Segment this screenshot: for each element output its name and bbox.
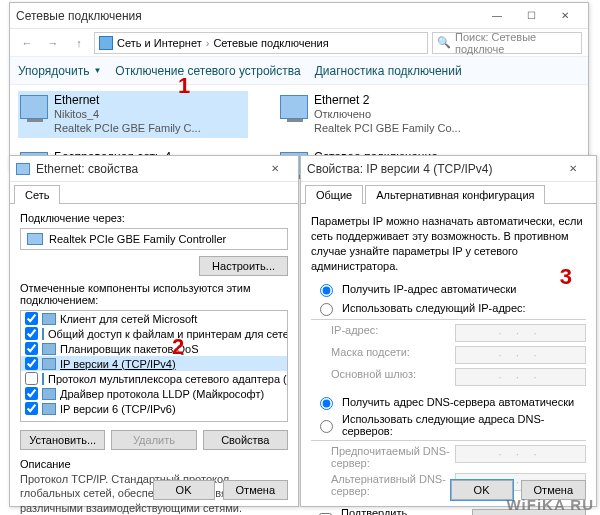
network-icon <box>99 36 113 50</box>
forward-button[interactable]: → <box>42 33 64 53</box>
radio-manual-ip[interactable] <box>320 303 333 316</box>
configure-button[interactable]: Настроить... <box>199 256 288 276</box>
adapter-icon <box>280 95 308 119</box>
back-button[interactable]: ← <box>16 33 38 53</box>
remove-button: Удалить <box>111 430 196 450</box>
titlebar: Сетевые подключения — ☐ ✕ <box>10 3 588 29</box>
list-item[interactable]: Драйвер протокола LLDP (Майкрософт) <box>21 386 287 401</box>
description-title: Описание <box>20 458 288 470</box>
connection-device: Realtek PCI GBE Family Co... <box>314 122 461 136</box>
component-icon <box>42 358 56 370</box>
checkbox[interactable] <box>25 372 38 385</box>
connection-ethernet[interactable]: Ethernet Nikitos_4 Realtek PCIe GBE Fami… <box>18 91 248 138</box>
close-button[interactable]: ✕ <box>548 5 582 27</box>
address-bar: ← → ↑ Сеть и Интернет › Сетевые подключе… <box>10 29 588 57</box>
ok-button[interactable]: OK <box>451 480 513 500</box>
search-icon: 🔍 <box>437 36 451 49</box>
component-icon <box>42 403 56 415</box>
list-item[interactable]: Общий доступ к файлам и принтерам для се… <box>21 326 287 341</box>
disable-device-button[interactable]: Отключение сетевого устройства <box>115 64 300 78</box>
label-gateway: Основной шлюз: <box>331 368 451 386</box>
adapter-name: Realtek PCIe GBE Family Controller <box>49 233 226 245</box>
checkbox[interactable] <box>25 387 38 400</box>
label-dns1: Предпочитаемый DNS-сервер: <box>331 445 451 469</box>
connection-ethernet2[interactable]: Ethernet 2 Отключено Realtek PCI GBE Fam… <box>278 91 508 138</box>
window-title: Ethernet: свойства <box>36 162 258 176</box>
radio-auto-ip[interactable] <box>320 284 333 297</box>
list-item[interactable]: Планировщик пакетов QoS <box>21 341 287 356</box>
ethernet-properties-window: Ethernet: свойства ✕ Сеть Подключение че… <box>9 155 299 507</box>
radio-manual-dns[interactable] <box>320 420 333 433</box>
input-dns1: · · · <box>455 445 586 463</box>
list-item-ipv4[interactable]: IP версии 4 (TCP/IPv4) <box>21 356 287 371</box>
diagnose-button[interactable]: Диагностика подключений <box>315 64 462 78</box>
window-title: Сетевые подключения <box>16 9 480 23</box>
nic-icon <box>27 233 43 245</box>
watermark: WiFiKA RU <box>507 496 594 513</box>
ethernet-icon <box>16 163 30 175</box>
minimize-button[interactable]: — <box>480 5 514 27</box>
chevron-right-icon: › <box>206 37 210 49</box>
connection-name: Ethernet 2 <box>314 93 461 108</box>
maximize-button[interactable]: ☐ <box>514 5 548 27</box>
up-button[interactable]: ↑ <box>68 33 90 53</box>
tab-alternative[interactable]: Альтернативная конфигурация <box>365 185 545 204</box>
network-connections-window: Сетевые подключения — ☐ ✕ ← → ↑ Сеть и И… <box>9 2 589 170</box>
close-button[interactable]: ✕ <box>258 158 292 180</box>
checkbox[interactable] <box>25 327 38 340</box>
breadcrumb-item[interactable]: Сеть и Интернет <box>117 37 202 49</box>
label-mask: Маска подсети: <box>331 346 451 364</box>
component-icon <box>42 373 44 385</box>
search-input[interactable]: 🔍 Поиск: Сетевые подключе <box>432 32 582 54</box>
titlebar: Свойства: IP версии 4 (TCP/IPv4) ✕ <box>301 156 596 182</box>
adapter-label: Подключение через: <box>20 212 288 224</box>
breadcrumb-item[interactable]: Сетевые подключения <box>213 37 328 49</box>
checkbox[interactable] <box>25 342 38 355</box>
tab-panel: Параметры IP можно назначать автоматичес… <box>301 204 596 515</box>
checkbox[interactable] <box>25 312 38 325</box>
ipv4-properties-window: Свойства: IP версии 4 (TCP/IPv4) ✕ Общие… <box>300 155 597 507</box>
components-list[interactable]: Клиент для сетей Microsoft Общий доступ … <box>20 310 288 422</box>
connection-device: Realtek PCIe GBE Family C... <box>54 122 201 136</box>
checkbox[interactable] <box>25 357 38 370</box>
cancel-button[interactable]: Отмена <box>223 480 288 500</box>
components-label: Отмеченные компоненты используются этим … <box>20 282 288 306</box>
annotation-1: 1 <box>178 73 190 99</box>
list-item[interactable]: Протокол мультиплексора сетевого адаптер… <box>21 371 287 386</box>
item-properties-button[interactable]: Свойства <box>203 430 288 450</box>
tab-network[interactable]: Сеть <box>14 185 60 204</box>
adapter-icon <box>20 95 48 119</box>
organize-menu[interactable]: Упорядочить ▼ <box>18 64 101 78</box>
tab-panel: Подключение через: Realtek PCIe GBE Fami… <box>10 204 298 515</box>
close-button[interactable]: ✕ <box>556 158 590 180</box>
ok-button[interactable]: OK <box>153 480 215 500</box>
checkbox[interactable] <box>25 402 38 415</box>
annotation-3: 3 <box>560 264 572 290</box>
tab-row: Сеть <box>10 184 298 204</box>
component-icon <box>42 328 44 340</box>
component-icon <box>42 313 56 325</box>
adapter-box: Realtek PCIe GBE Family Controller <box>20 228 288 250</box>
install-button[interactable]: Установить... <box>20 430 105 450</box>
connection-status: Nikitos_4 <box>54 108 201 122</box>
list-item[interactable]: Клиент для сетей Microsoft <box>21 311 287 326</box>
input-ip: · · · <box>455 324 586 342</box>
window-title: Свойства: IP версии 4 (TCP/IPv4) <box>307 162 556 176</box>
breadcrumb[interactable]: Сеть и Интернет › Сетевые подключения <box>94 32 428 54</box>
input-mask: · · · <box>455 346 586 364</box>
list-item[interactable]: IP версии 6 (TCP/IPv6) <box>21 401 287 416</box>
annotation-2: 2 <box>172 334 184 360</box>
input-gateway: · · · <box>455 368 586 386</box>
label-ip: IP-адрес: <box>331 324 451 342</box>
radio-auto-dns[interactable] <box>320 397 333 410</box>
tab-general[interactable]: Общие <box>305 185 363 204</box>
connection-status: Отключено <box>314 108 461 122</box>
component-icon <box>42 343 56 355</box>
label-dns2: Альтернативный DNS-сервер: <box>331 473 451 497</box>
ip-intro-text: Параметры IP можно назначать автоматичес… <box>311 214 586 273</box>
component-icon <box>42 388 56 400</box>
toolbar: Упорядочить ▼ Отключение сетевого устрой… <box>10 57 588 85</box>
titlebar: Ethernet: свойства ✕ <box>10 156 298 182</box>
tab-row: Общие Альтернативная конфигурация <box>301 184 596 204</box>
chevron-down-icon: ▼ <box>93 66 101 75</box>
